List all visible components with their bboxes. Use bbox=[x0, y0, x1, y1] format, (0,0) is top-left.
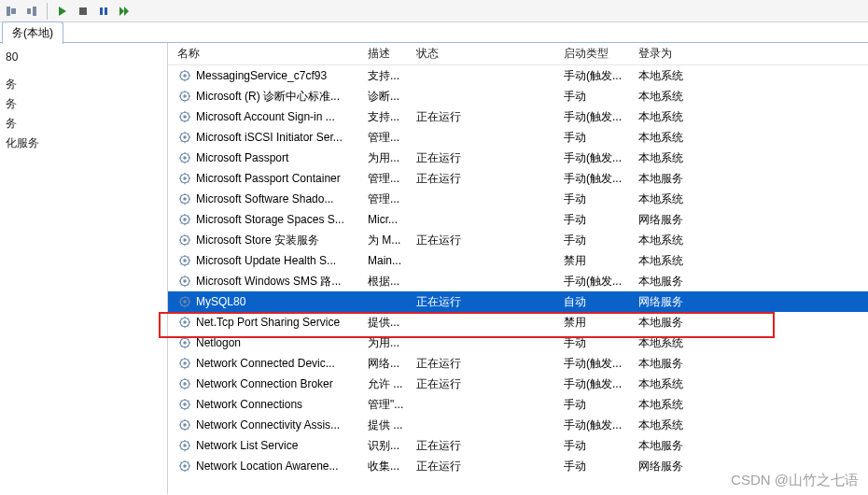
cell-desc: 为用... bbox=[368, 150, 416, 166]
gear-icon bbox=[177, 212, 192, 227]
svg-point-121 bbox=[183, 300, 187, 304]
cell-logon: 本地服务 bbox=[638, 356, 722, 372]
cell-desc: 管理"... bbox=[368, 397, 416, 413]
cell-logon: 本地系统 bbox=[638, 233, 722, 248]
toolbar bbox=[0, 0, 868, 22]
gear-icon bbox=[177, 191, 192, 206]
service-row[interactable]: Network Location Awarene...收集...正在运行手动网络… bbox=[168, 456, 868, 476]
cell-state: 正在运行 bbox=[416, 233, 564, 248]
cell-desc: Main... bbox=[368, 254, 416, 267]
service-row[interactable]: Microsoft (R) 诊断中心标准...诊断...手动本地系统 bbox=[168, 86, 868, 106]
cell-desc: 识别... bbox=[368, 438, 416, 454]
service-row[interactable]: Microsoft Software Shado...管理...手动本地系统 bbox=[168, 189, 868, 209]
cell-logon: 网络服务 bbox=[638, 212, 722, 228]
cell-logon: 本地系统 bbox=[638, 335, 722, 351]
col-header-desc[interactable]: 描述 bbox=[368, 46, 416, 62]
service-row[interactable]: Microsoft Passport Container管理...正在运行手动(… bbox=[168, 168, 868, 189]
gear-icon bbox=[177, 397, 192, 412]
stop-icon[interactable] bbox=[76, 4, 91, 19]
service-row[interactable]: Network List Service识别...正在运行手动本地服务 bbox=[168, 435, 868, 456]
gear-icon bbox=[177, 253, 192, 268]
service-row[interactable]: Microsoft Update Health S...Main...禁用本地系… bbox=[168, 250, 868, 271]
restart-icon[interactable] bbox=[117, 4, 132, 19]
pause-icon[interactable] bbox=[96, 4, 111, 19]
service-row[interactable]: Network Connectivity Assis...提供 ...手动(触发… bbox=[168, 415, 868, 435]
toolbar-separator bbox=[47, 3, 48, 20]
svg-point-61 bbox=[183, 177, 187, 180]
svg-point-191 bbox=[183, 444, 187, 447]
gear-icon bbox=[177, 150, 192, 165]
cell-startup: 手动 bbox=[564, 233, 638, 248]
service-row[interactable]: Network Connection Broker允许 ...正在运行手动(触发… bbox=[168, 374, 868, 394]
cell-state: 正在运行 bbox=[416, 459, 564, 474]
service-row[interactable]: Network Connections管理"...手动本地系统 bbox=[168, 394, 868, 415]
svg-marker-9 bbox=[124, 7, 129, 16]
cell-state: 正在运行 bbox=[416, 356, 564, 372]
cell-name: Microsoft iSCSI Initiator Ser... bbox=[196, 131, 368, 144]
service-row[interactable]: Net.Tcp Port Sharing Service提供...禁用本地服务 bbox=[168, 312, 868, 332]
cell-startup: 自动 bbox=[564, 294, 638, 310]
cell-name: Microsoft Passport Container bbox=[196, 172, 368, 185]
tab-label: 务(本地) bbox=[12, 26, 53, 39]
col-header-name[interactable]: 名称 bbox=[177, 46, 368, 62]
cell-logon: 本地系统 bbox=[638, 68, 722, 84]
service-row[interactable]: Netlogon为用...手动本地系统 bbox=[168, 332, 868, 353]
cell-logon: 本地系统 bbox=[638, 417, 722, 433]
gear-icon bbox=[177, 130, 192, 145]
svg-point-81 bbox=[183, 218, 187, 221]
cell-state: 正在运行 bbox=[416, 294, 564, 310]
svg-point-131 bbox=[183, 320, 187, 324]
gear-icon bbox=[177, 356, 192, 371]
service-list: MessagingService_c7cf93支持...手动(触发...本地系统… bbox=[168, 65, 868, 476]
service-row[interactable]: Microsoft Storage Spaces S...Micr...手动网络… bbox=[168, 209, 868, 230]
cell-name: Network Connection Broker bbox=[196, 377, 368, 390]
cell-desc: 根据... bbox=[368, 274, 416, 290]
service-row[interactable]: MessagingService_c7cf93支持...手动(触发...本地系统 bbox=[168, 65, 868, 86]
gear-icon bbox=[177, 294, 192, 309]
cell-desc: 收集... bbox=[368, 459, 416, 474]
svg-rect-3 bbox=[33, 7, 36, 16]
toolbar-btn-2[interactable] bbox=[24, 4, 39, 19]
service-row[interactable]: Microsoft Windows SMS 路...根据...手动(触发...本… bbox=[168, 271, 868, 291]
service-row[interactable]: Microsoft Account Sign-in ...支持...正在运行手动… bbox=[168, 106, 868, 127]
svg-point-201 bbox=[183, 464, 187, 468]
service-row[interactable]: Microsoft Store 安装服务为 M...正在运行手动本地系统 bbox=[168, 230, 868, 250]
cell-startup: 手动 bbox=[564, 335, 638, 351]
cell-startup: 手动(触发... bbox=[564, 274, 638, 290]
tab-services-local[interactable]: 务(本地) bbox=[2, 21, 63, 44]
service-row[interactable]: MySQL80正在运行自动网络服务 bbox=[168, 291, 868, 312]
cell-name: Microsoft (R) 诊断中心标准... bbox=[196, 89, 368, 105]
cell-startup: 手动 bbox=[564, 212, 638, 228]
sidebar-item-0[interactable]: 务 bbox=[2, 75, 167, 94]
cell-logon: 本地系统 bbox=[638, 130, 722, 146]
cell-desc: Micr... bbox=[368, 213, 416, 226]
gear-icon bbox=[177, 89, 192, 104]
col-header-state[interactable]: 状态 bbox=[416, 46, 564, 62]
cell-logon: 本地系统 bbox=[638, 89, 722, 105]
gear-icon bbox=[177, 274, 192, 289]
cell-startup: 手动 bbox=[564, 130, 638, 146]
service-row[interactable]: Network Connected Devic...网络...正在运行手动(触发… bbox=[168, 353, 868, 374]
service-row[interactable]: Microsoft iSCSI Initiator Ser...管理...手动本… bbox=[168, 127, 868, 148]
sidebar-item-3[interactable]: 化服务 bbox=[2, 134, 167, 153]
col-header-startup[interactable]: 启动类型 bbox=[564, 46, 638, 62]
svg-marker-8 bbox=[119, 7, 124, 16]
service-row[interactable]: Microsoft Passport为用...正在运行手动(触发...本地系统 bbox=[168, 148, 868, 168]
cell-desc: 管理... bbox=[368, 171, 416, 187]
cell-logon: 网络服务 bbox=[638, 459, 722, 474]
play-icon[interactable] bbox=[55, 4, 70, 19]
cell-startup: 手动(触发... bbox=[564, 109, 638, 125]
content-panel: 名称 描述 状态 启动类型 登录为 MessagingService_c7cf9… bbox=[168, 43, 868, 494]
sidebar-item-2[interactable]: 务 bbox=[2, 114, 167, 134]
cell-desc: 管理... bbox=[368, 191, 416, 207]
svg-point-51 bbox=[183, 156, 187, 160]
svg-rect-0 bbox=[7, 7, 10, 16]
cell-name: MessagingService_c7cf93 bbox=[196, 69, 368, 82]
sidebar-item-1[interactable]: 务 bbox=[2, 94, 167, 114]
svg-rect-7 bbox=[105, 7, 107, 15]
cell-startup: 手动(触发... bbox=[564, 171, 638, 187]
gear-icon bbox=[177, 438, 192, 453]
toolbar-btn-1[interactable] bbox=[4, 4, 19, 19]
col-header-logon[interactable]: 登录为 bbox=[638, 46, 722, 62]
cell-name: Network Connected Devic... bbox=[196, 357, 368, 370]
